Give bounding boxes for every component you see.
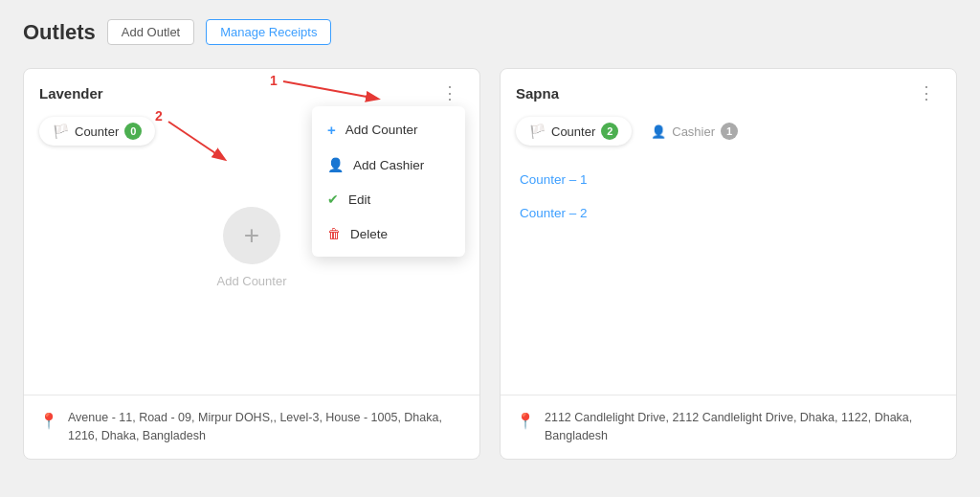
add-counter-label: Add Counter <box>217 274 287 288</box>
dropdown-delete[interactable]: 🗑 Delete <box>312 216 465 251</box>
outlet-address-sapna: 2112 Candlelight Drive, 2112 Candlelight… <box>545 409 941 445</box>
counter-tab-label: Counter <box>75 124 119 139</box>
location-pin-icon-lavender: 📍 <box>39 410 58 433</box>
dropdown-edit[interactable]: ✔ Edit <box>312 182 465 216</box>
dropdown-add-cashier-label: Add Cashier <box>353 158 424 172</box>
outlet-footer-lavender: 📍 Avenue - 11, Road - 09, Mirpur DOHS,, … <box>24 395 479 459</box>
cashier-tab-label-sapna: Cashier <box>672 124 715 139</box>
tab-cashier-sapna[interactable]: 👤 Cashier 1 <box>637 117 751 146</box>
counter-tab-label-sapna: Counter <box>551 124 595 139</box>
outlet-name-sapna: Sapna <box>516 85 559 102</box>
dropdown-add-counter-label: Add Counter <box>345 123 418 137</box>
dropdown-delete-label: Delete <box>350 227 388 241</box>
location-pin-icon-sapna: 📍 <box>516 410 535 433</box>
edit-icon: ✔ <box>327 192 339 207</box>
counter-list-sapna: Counter – 1 Counter – 2 <box>516 159 941 234</box>
manage-receipts-button[interactable]: Manage Receipts <box>206 19 331 45</box>
outlet-address-lavender: Avenue - 11, Road - 09, Mirpur DOHS,, Le… <box>68 409 464 445</box>
counter-tab-icon: 🏳️ <box>53 124 69 139</box>
counter-tab-badge: 0 <box>124 123 142 140</box>
dropdown-add-cashier[interactable]: 👤 Add Cashier <box>312 147 465 182</box>
dropdown-add-counter[interactable]: + Add Counter <box>312 112 465 147</box>
outlet-options-button-lavender[interactable]: ⋮ <box>435 82 464 103</box>
counter-item-1[interactable]: Counter – 1 <box>516 163 941 196</box>
tabs-sapna: 🏳️ Counter 2 👤 Cashier 1 <box>516 117 941 146</box>
counter-tab-badge-sapna: 2 <box>601 123 618 140</box>
add-counter-circle-button[interactable]: + <box>223 207 280 264</box>
tab-counter-lavender[interactable]: 🏳️ Counter 0 <box>39 117 155 146</box>
page-title: Outlets <box>23 20 96 45</box>
dropdown-menu: + Add Counter 👤 Add Cashier ✔ Edit 🗑 Del… <box>312 106 465 257</box>
cashier-tab-badge-sapna: 1 <box>721 123 738 140</box>
tab-counter-sapna[interactable]: 🏳️ Counter 2 <box>516 117 632 146</box>
cashier-tab-icon-sapna: 👤 <box>651 124 666 139</box>
add-outlet-button[interactable]: Add Outlet <box>107 19 194 45</box>
dropdown-edit-label: Edit <box>348 192 370 207</box>
counter-item-2[interactable]: Counter – 2 <box>516 196 941 230</box>
outlets-grid: Lavender ⋮ 🏳️ Counter 0 + A <box>23 68 957 460</box>
outlet-options-button-sapna[interactable]: ⋮ <box>912 82 941 103</box>
outlet-card-sapna: Sapna ⋮ 🏳️ Counter 2 👤 Cashier <box>500 68 957 460</box>
outlet-name-lavender: Lavender <box>39 85 103 102</box>
user-icon: 👤 <box>327 157 344 172</box>
outlet-card-lavender: Lavender ⋮ 🏳️ Counter 0 + A <box>23 68 480 460</box>
counter-tab-icon-sapna: 🏳️ <box>529 124 546 139</box>
plus-icon: + <box>327 122 336 138</box>
delete-icon: 🗑 <box>327 226 341 241</box>
outlet-footer-sapna: 📍 2112 Candlelight Drive, 2112 Candlelig… <box>501 395 956 459</box>
